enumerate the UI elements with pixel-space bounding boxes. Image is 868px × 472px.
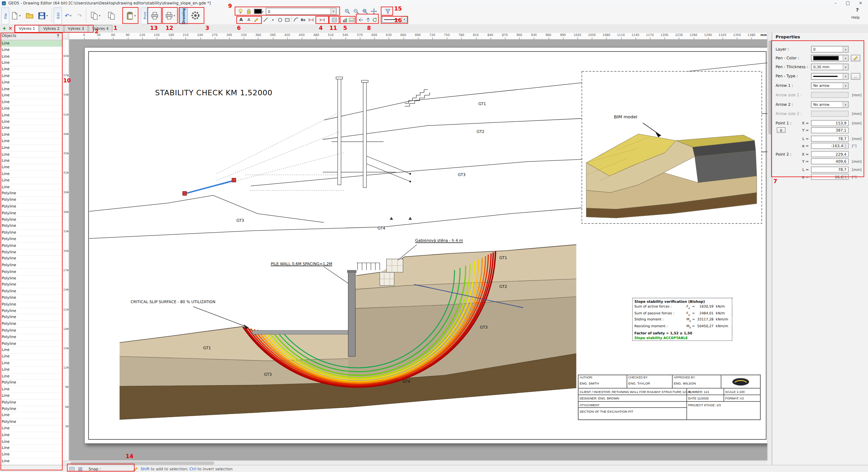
object-row[interactable]: Line <box>0 145 62 151</box>
object-row[interactable]: Polyline <box>0 191 62 197</box>
edit-menu-tab[interactable]: Edit <box>54 7 62 24</box>
arrow2-select[interactable]: No arrow▾ <box>811 101 849 108</box>
zoom-window-button[interactable] <box>361 8 369 15</box>
line-tool-button[interactable] <box>262 16 269 23</box>
pen-color-picker-button[interactable] <box>851 55 860 62</box>
zoom-out-button[interactable] <box>352 8 360 15</box>
table-tool-button[interactable] <box>330 16 339 23</box>
object-row[interactable]: Line <box>0 164 62 171</box>
selected-line[interactable] <box>185 180 234 194</box>
line-handle[interactable] <box>232 178 236 182</box>
arc-tool-button[interactable] <box>292 16 299 23</box>
object-row[interactable]: Line <box>0 138 62 145</box>
object-row[interactable]: Line <box>0 426 62 432</box>
dimension-aligned-button[interactable] <box>307 16 316 23</box>
object-row[interactable]: Polyline <box>0 282 62 288</box>
spinner-icon[interactable]: ▴▾ <box>843 143 848 149</box>
object-row[interactable]: Line <box>0 373 62 380</box>
minimize-button[interactable]: – <box>830 0 841 7</box>
rectangle-tool-button[interactable] <box>283 16 291 23</box>
tab-sheet-3[interactable]: Výkres 3 <box>64 25 88 32</box>
filter-button[interactable] <box>383 8 392 15</box>
pen-type-select[interactable]: ▾ <box>811 73 849 80</box>
object-row[interactable]: Line <box>0 432 62 438</box>
flip-vertical-button[interactable] <box>364 16 371 23</box>
object-row[interactable]: Polyline <box>0 243 62 249</box>
object-row[interactable]: Polyline <box>0 210 62 217</box>
layer-select[interactable]: 0▾ <box>811 46 849 53</box>
object-row[interactable]: Polyline <box>0 399 62 406</box>
text-tool-button[interactable]: A <box>237 16 244 23</box>
object-row[interactable]: Line <box>0 452 62 458</box>
tab-sheet-4[interactable]: Výkres 4 <box>88 25 113 32</box>
object-row[interactable]: Line <box>0 106 62 112</box>
object-row[interactable]: Polyline <box>0 249 62 256</box>
object-row[interactable]: Polyline <box>0 236 62 243</box>
object-row[interactable]: Line <box>0 354 62 360</box>
point-swap-button[interactable]: 8 <box>777 127 786 133</box>
pen-thickness-select[interactable]: 0,30 mm▾ <box>811 64 849 71</box>
annotate-tool-button[interactable] <box>253 16 260 23</box>
file-menu-tab[interactable]: File <box>1 7 9 24</box>
maximize-button[interactable]: □ <box>843 0 853 7</box>
help-icon[interactable]: ? <box>856 7 859 13</box>
object-row[interactable]: Polyline <box>0 315 62 321</box>
snap-grid-button[interactable] <box>69 466 75 472</box>
new-file-button[interactable]: ▾ <box>9 8 22 23</box>
object-row[interactable]: Line <box>0 413 62 419</box>
object-row[interactable]: Polyline <box>0 308 62 314</box>
pen-color-select[interactable]: ▾ <box>811 55 849 62</box>
line-style-select[interactable]: ▾ <box>382 16 408 23</box>
print-button[interactable] <box>149 8 161 23</box>
object-row[interactable]: Line <box>0 387 62 393</box>
object-row[interactable]: Polyline <box>0 256 62 262</box>
object-row[interactable]: Polyline <box>0 328 62 334</box>
object-row[interactable]: Line <box>0 184 62 191</box>
object-row[interactable]: Line <box>0 367 62 373</box>
object-row[interactable]: Line <box>0 360 62 367</box>
point1-l-input[interactable]: 78,7 <box>811 136 849 142</box>
stability-drawing[interactable] <box>85 47 767 443</box>
object-row[interactable]: Line <box>0 40 62 47</box>
object-row[interactable]: Polyline <box>0 334 62 340</box>
object-row[interactable]: Line <box>0 158 62 164</box>
print-menu-tab[interactable]: Print <box>141 7 149 24</box>
point2-y-input[interactable]: 409,6 <box>811 158 849 164</box>
point2-x-input[interactable]: 229,4 <box>811 151 849 157</box>
arrow1-select[interactable]: No arrow▾ <box>811 82 849 89</box>
object-row[interactable]: Line <box>0 151 62 158</box>
object-row[interactable]: Polyline <box>0 223 62 230</box>
open-file-button[interactable] <box>24 8 35 23</box>
print-preview-button[interactable]: ▾ <box>163 8 177 23</box>
object-row[interactable]: Polyline <box>0 295 62 301</box>
object-row[interactable]: Line <box>0 458 62 465</box>
object-row[interactable]: Polyline <box>0 197 62 203</box>
object-row[interactable]: Polyline <box>0 301 62 308</box>
object-row[interactable]: Line <box>0 112 62 119</box>
tab-sheet-2[interactable]: Výkres 2 <box>39 25 63 32</box>
point1-x-input[interactable]: 153,9 <box>811 120 849 126</box>
edit-text-tool-button[interactable]: A <box>245 16 252 23</box>
point1-y-input[interactable]: 387,1 <box>811 127 849 133</box>
object-row[interactable]: Line <box>0 439 62 445</box>
spinner-icon[interactable]: ▴▾ <box>843 174 848 179</box>
canvas-area[interactable]: STABILITY CHECK KM 1,52000 BIM model Slo… <box>69 39 767 460</box>
close-sheet-button[interactable]: × <box>8 25 12 31</box>
object-row[interactable]: Line <box>0 125 62 132</box>
redo-button[interactable]: ↷ <box>75 8 84 23</box>
pin-icon[interactable] <box>55 33 61 39</box>
object-row[interactable]: Polyline <box>0 275 62 282</box>
chart-tool-button[interactable] <box>341 16 348 23</box>
object-row[interactable]: Line <box>0 54 62 60</box>
object-row[interactable]: Line <box>0 47 62 53</box>
close-button[interactable]: × <box>855 0 866 7</box>
flip-horizontal-button[interactable] <box>357 16 364 23</box>
object-row[interactable]: Polyline <box>0 406 62 412</box>
object-row[interactable]: Line <box>0 171 62 177</box>
object-row[interactable]: Line <box>0 347 62 354</box>
point2-l-input[interactable]: 78,7 <box>811 166 849 173</box>
object-row[interactable]: Polyline <box>0 269 62 275</box>
object-row[interactable]: Polyline <box>0 419 62 426</box>
object-row[interactable]: Line <box>0 86 62 93</box>
drawing-menu-tab[interactable]: Drawing <box>179 7 188 24</box>
